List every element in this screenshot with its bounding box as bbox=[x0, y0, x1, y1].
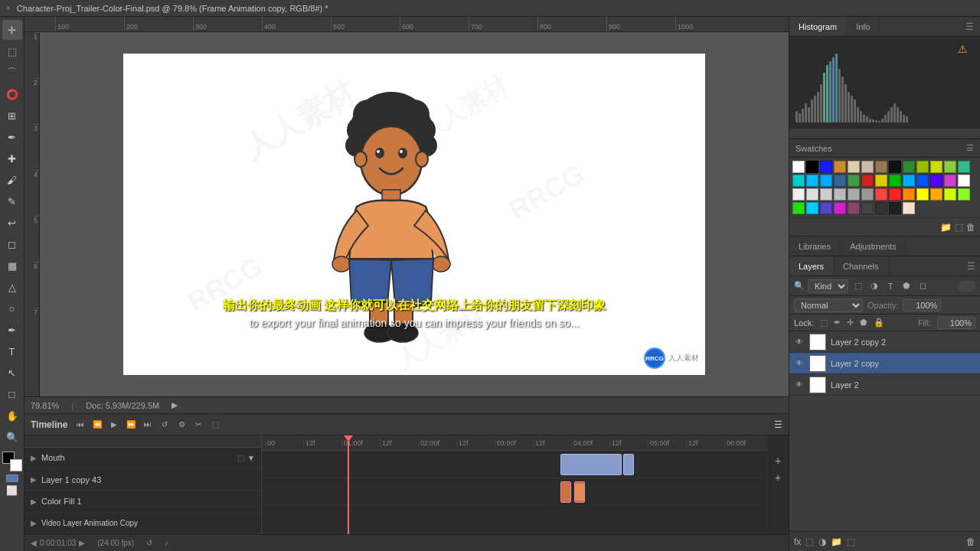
kind-filter-select[interactable]: Kind bbox=[808, 279, 848, 293]
info-tab[interactable]: Info bbox=[847, 17, 880, 36]
move-tool[interactable]: ✛ bbox=[2, 20, 22, 40]
pen-tool[interactable]: ✒ bbox=[2, 320, 22, 340]
history-tool[interactable]: ↩ bbox=[2, 213, 22, 233]
brush-tool[interactable]: 🖌 bbox=[2, 170, 22, 190]
histogram-menu[interactable]: ☰ bbox=[959, 17, 980, 36]
adjustments-tab[interactable]: Adjustments bbox=[841, 236, 906, 256]
hand-tool[interactable]: ✋ bbox=[2, 406, 22, 425]
swatch-medium-green[interactable] bbox=[848, 174, 860, 187]
swatch-purple[interactable] bbox=[834, 202, 846, 214]
swatch-sky-blue[interactable] bbox=[806, 174, 818, 187]
layer-expand-icon[interactable]: ▶ bbox=[31, 497, 37, 506]
swatch-near-black[interactable] bbox=[889, 202, 901, 214]
marquee-tool[interactable]: ⬚ bbox=[2, 41, 22, 61]
add-layer-button-1[interactable]: + bbox=[771, 454, 785, 468]
swatch-black[interactable] bbox=[806, 161, 818, 173]
swatch-bright-green[interactable] bbox=[889, 174, 901, 187]
swatch-steel-blue[interactable] bbox=[834, 174, 846, 187]
shape-filter-icon[interactable]: ⬟ bbox=[900, 279, 913, 293]
prev-frame-btn[interactable]: ◀ bbox=[31, 539, 37, 547]
loop-toggle[interactable]: ↺ bbox=[146, 539, 152, 547]
swatch-yellow-green[interactable] bbox=[930, 161, 942, 173]
swatch-teal[interactable] bbox=[958, 161, 970, 173]
swatch-green2[interactable] bbox=[792, 202, 805, 214]
lock-transparent-btn[interactable]: ⬚ bbox=[820, 318, 828, 328]
lock-position-btn[interactable]: ✛ bbox=[847, 318, 854, 328]
swatch-peach[interactable] bbox=[903, 202, 915, 214]
layer-item-layer2copy[interactable]: 👁 Layer 2 copy bbox=[789, 353, 980, 374]
canvas-area[interactable]: 人人素材 RRCG RRCG 人人素材 人人素材 bbox=[40, 32, 789, 396]
swatch-dim-gray[interactable] bbox=[861, 202, 874, 214]
delete-layer-btn[interactable]: 🗑 bbox=[966, 536, 975, 547]
swatch-light-green[interactable] bbox=[944, 161, 956, 173]
quick-select-tool[interactable]: ⭕ bbox=[2, 84, 22, 104]
add-layer-button-2[interactable]: + bbox=[771, 471, 785, 484]
swatch-brown[interactable] bbox=[875, 161, 887, 173]
swatch-azure[interactable] bbox=[820, 174, 832, 187]
timeline-menu[interactable]: ☰ bbox=[774, 419, 782, 430]
add-frame-button[interactable]: ✂ bbox=[191, 418, 205, 432]
healing-tool[interactable]: ✚ bbox=[2, 148, 22, 168]
clip-mouth-2[interactable] bbox=[623, 454, 634, 475]
play-button[interactable]: ▶ bbox=[107, 418, 121, 432]
layer-folder-btn[interactable]: 📁 bbox=[831, 536, 842, 547]
histogram-tab[interactable]: Histogram bbox=[789, 17, 847, 36]
layers-menu[interactable]: ☰ bbox=[962, 256, 980, 276]
smartobj-filter-icon[interactable]: ◻ bbox=[916, 279, 929, 293]
timeline-layer-colorfill[interactable]: ▶ Color Fill 1 bbox=[24, 491, 261, 512]
swatch-very-dark-gray[interactable] bbox=[875, 202, 887, 214]
track-colorfill[interactable] bbox=[262, 506, 767, 533]
rewind-button[interactable]: ⏮ bbox=[74, 418, 87, 432]
path-select-tool[interactable]: ↖ bbox=[2, 363, 22, 383]
shape-tool[interactable]: □ bbox=[2, 384, 22, 404]
swatch-cobalt[interactable] bbox=[916, 174, 929, 187]
swatch-red[interactable] bbox=[861, 174, 874, 187]
swatch-blue[interactable] bbox=[820, 161, 832, 173]
layer-mask-btn[interactable]: ⬚ bbox=[805, 536, 814, 547]
swatch-light-gray[interactable] bbox=[792, 188, 805, 201]
new-layer-btn[interactable]: ⬚ bbox=[847, 536, 855, 547]
swatch-white2[interactable] bbox=[958, 174, 970, 187]
layer-item-layer2copy2[interactable]: 👁 Layer 2 copy 2 bbox=[789, 331, 980, 353]
swatch-white[interactable] bbox=[792, 161, 805, 173]
swatch-spring-green[interactable] bbox=[958, 188, 970, 201]
type-filter-icon[interactable]: T bbox=[884, 279, 897, 293]
lock-all-btn[interactable]: 🔒 bbox=[874, 318, 884, 328]
channels-tab[interactable]: Channels bbox=[834, 256, 888, 276]
eraser-tool[interactable]: ◻ bbox=[2, 234, 22, 254]
swatch-cyan[interactable] bbox=[792, 174, 805, 187]
eyedropper-tool[interactable]: ✒ bbox=[2, 127, 22, 147]
layers-tab[interactable]: Layers bbox=[789, 256, 834, 276]
lasso-tool[interactable]: ⌒ bbox=[2, 63, 22, 83]
swatches-menu[interactable]: ☰ bbox=[966, 143, 974, 153]
step-forward-button[interactable]: ⏩ bbox=[124, 418, 138, 432]
swatch-green[interactable] bbox=[903, 161, 915, 173]
swatch-orange[interactable] bbox=[834, 161, 846, 173]
layer-visibility-3[interactable]: 👁 bbox=[794, 380, 805, 390]
track-video[interactable] bbox=[262, 533, 767, 534]
swatch-darkgray[interactable] bbox=[889, 161, 901, 173]
crop-tool[interactable]: ⊞ bbox=[2, 106, 22, 126]
swatch-bright-yellow[interactable] bbox=[916, 188, 929, 201]
next-frame-btn[interactable]: ▶ bbox=[79, 539, 85, 547]
layer-fx-btn[interactable]: fx bbox=[794, 536, 801, 547]
swatch-charcoal[interactable] bbox=[861, 188, 874, 201]
fill-input[interactable] bbox=[937, 317, 975, 329]
swatch-dark-silver[interactable] bbox=[848, 188, 860, 201]
swatch-magenta[interactable] bbox=[944, 174, 956, 187]
layer-expand-icon[interactable]: ▶ bbox=[31, 475, 37, 484]
swatch-blue2[interactable] bbox=[903, 174, 915, 187]
lock-artboard-btn[interactable]: ⬟ bbox=[860, 318, 867, 328]
swatch-chartreuse[interactable] bbox=[944, 188, 956, 201]
filter-toggle[interactable] bbox=[957, 280, 975, 292]
swatch-amber[interactable] bbox=[930, 188, 942, 201]
swatch-violet[interactable] bbox=[930, 174, 942, 187]
swatch-silver[interactable] bbox=[806, 188, 818, 201]
swatch-red2[interactable] bbox=[889, 188, 901, 201]
libraries-tab[interactable]: Libraries bbox=[789, 236, 841, 256]
layer-visibility-2[interactable]: 👁 bbox=[794, 358, 805, 369]
audio-toggle[interactable]: ♪ bbox=[165, 539, 168, 547]
blend-mode-select[interactable]: Normal Multiply Screen bbox=[794, 298, 863, 312]
swatch-medium-gray[interactable] bbox=[834, 188, 846, 201]
new-swatch-folder-btn[interactable]: 📁 bbox=[940, 222, 952, 233]
